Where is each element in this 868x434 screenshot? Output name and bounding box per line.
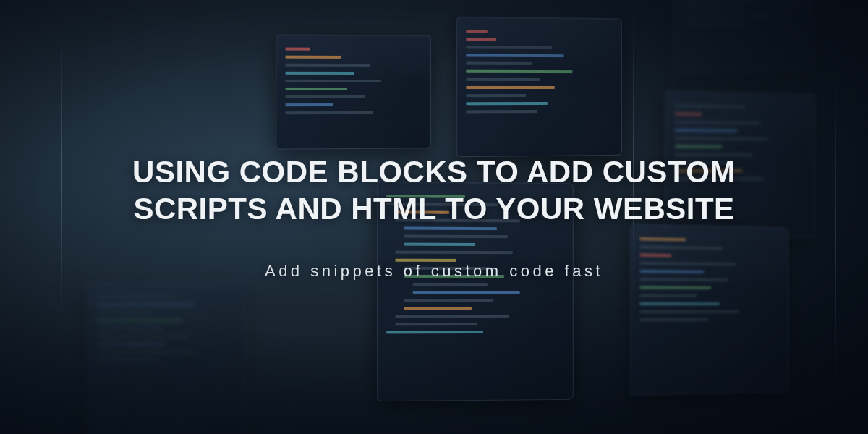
hero-subtitle: Add snippets of custom code fast (265, 262, 603, 281)
hero-content: USING CODE BLOCKS TO ADD CUSTOM SCRIPTS … (0, 0, 868, 434)
hero-title: USING CODE BLOCKS TO ADD CUSTOM SCRIPTS … (116, 153, 752, 227)
